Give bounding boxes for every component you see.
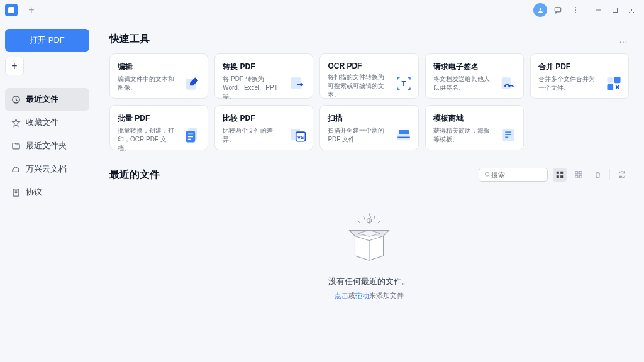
svg-rect-14 <box>607 77 613 83</box>
tool-title: 批量 PDF <box>118 113 200 124</box>
open-pdf-button[interactable]: 打开 PDF <box>5 29 89 52</box>
sidebar-item-cloud[interactable]: 万兴云文档 <box>5 158 89 180</box>
doc-icon <box>11 188 21 197</box>
svg-rect-40 <box>575 175 578 178</box>
svg-point-0 <box>539 8 541 10</box>
batch-icon <box>185 127 201 143</box>
tool-title: 扫描 <box>328 113 410 124</box>
tool-title: 编辑 <box>118 62 200 72</box>
convert-icon <box>290 75 306 92</box>
click-link[interactable]: 点击 <box>335 292 348 299</box>
divider <box>609 169 610 180</box>
svg-rect-15 <box>614 77 621 83</box>
sidebar-item-label: 最近文件夹 <box>26 140 67 151</box>
view-list-button[interactable] <box>572 168 586 182</box>
sidebar-item-label: 最近文件 <box>26 94 58 105</box>
svg-rect-3 <box>613 8 618 13</box>
tool-title: 比较 PDF <box>223 113 305 124</box>
view-grid-button[interactable] <box>553 168 567 182</box>
tool-title: 合并 PDF <box>538 62 621 72</box>
svg-rect-26 <box>398 130 408 134</box>
svg-rect-34 <box>557 172 559 174</box>
tool-ocr[interactable]: OCR PDF 将扫描的文件转换为可搜索或可编辑的文本。 T <box>319 53 418 99</box>
compare-icon: VS <box>290 127 306 143</box>
tool-title: 转换 PDF <box>223 62 305 72</box>
tool-merge[interactable]: 合并 PDF 合并多个文件合并为一个文件。 <box>530 53 629 99</box>
svg-rect-1 <box>555 8 560 12</box>
sidebar: 打开 PDF + 最近文件 收藏文件 最近文件夹 万兴云文档 协议 <box>0 20 94 362</box>
empty-state: 没有任何最近的文件。 点击或拖动来添加文件 <box>109 192 629 319</box>
search-icon <box>484 171 491 178</box>
close-button[interactable] <box>624 3 639 18</box>
new-tab-button[interactable]: + <box>25 4 38 16</box>
recent-heading: 最近的文件 <box>109 168 160 182</box>
ocr-icon: T <box>396 75 412 92</box>
user-avatar[interactable] <box>533 3 547 17</box>
svg-rect-35 <box>560 172 563 174</box>
merge-icon <box>606 75 622 92</box>
tool-templates[interactable]: 模板商城 获得精美简历，海报等模板。 <box>425 105 524 150</box>
empty-box-icon <box>341 211 397 267</box>
sidebar-item-recent[interactable]: 最近文件 <box>5 88 89 111</box>
sidebar-item-agreement[interactable]: 协议 <box>5 181 89 204</box>
svg-rect-11 <box>291 77 301 89</box>
more-menu-icon[interactable] <box>569 3 582 17</box>
search-box[interactable] <box>479 168 548 182</box>
svg-point-44 <box>369 221 370 222</box>
svg-line-33 <box>489 175 490 177</box>
svg-point-32 <box>485 172 489 176</box>
sidebar-item-label: 收藏文件 <box>26 117 58 128</box>
tool-convert[interactable]: 转换 PDF 将 PDF 转换为 Word、Excel、PPT等。 <box>214 53 313 99</box>
tool-title: OCR PDF <box>328 62 410 70</box>
app-icon <box>5 4 18 16</box>
star-icon <box>11 118 21 128</box>
empty-hint: 点击或拖动来添加文件 <box>335 291 404 300</box>
svg-rect-36 <box>557 175 559 178</box>
svg-rect-38 <box>575 172 578 174</box>
svg-text:VS: VS <box>297 134 304 140</box>
tool-compare[interactable]: 比较 PDF 比较两个文件的差异。 VS <box>214 105 313 150</box>
tool-title: 请求电子签名 <box>433 62 516 72</box>
edit-icon <box>185 75 201 92</box>
tool-edit[interactable]: 编辑 编辑文件中的文本和图像。 <box>109 53 208 99</box>
sidebar-item-label: 协议 <box>26 187 42 198</box>
search-input[interactable] <box>491 171 542 178</box>
sidebar-item-label: 万兴云文档 <box>26 163 67 175</box>
svg-rect-16 <box>607 84 613 90</box>
clock-icon <box>11 95 21 104</box>
quick-tools-more[interactable]: … <box>619 35 629 45</box>
add-button[interactable]: + <box>5 57 24 75</box>
empty-text: 没有任何最近的文件。 <box>328 276 410 287</box>
scan-icon <box>396 127 412 143</box>
svg-rect-39 <box>579 172 582 174</box>
svg-text:T: T <box>401 80 406 87</box>
template-icon <box>501 127 517 143</box>
folder-icon <box>11 141 21 151</box>
drag-link[interactable]: 拖动 <box>355 292 369 299</box>
tool-batch[interactable]: 批量 PDF 批量转换，创建，打印，OCR PDF 文档。 <box>109 105 208 150</box>
svg-rect-37 <box>560 175 563 178</box>
sign-icon <box>501 75 517 92</box>
svg-rect-41 <box>579 175 582 178</box>
cloud-icon <box>11 165 21 174</box>
sync-button[interactable] <box>615 168 629 182</box>
quick-tools-heading: 快速工具 <box>109 33 150 46</box>
maximize-button[interactable] <box>608 3 623 18</box>
sidebar-item-favorites[interactable]: 收藏文件 <box>5 111 89 134</box>
tool-title: 模板商城 <box>433 113 516 124</box>
delete-button[interactable] <box>591 168 604 182</box>
chat-icon[interactable] <box>551 3 565 17</box>
tool-scan[interactable]: 扫描 扫描并创建一个新的 PDF 文件 <box>319 105 418 150</box>
sidebar-item-recent-folders[interactable]: 最近文件夹 <box>5 134 89 157</box>
tool-sign[interactable]: 请求电子签名 将文档发送给其他人以供签名。 <box>425 53 524 99</box>
minimize-button[interactable] <box>591 3 606 18</box>
